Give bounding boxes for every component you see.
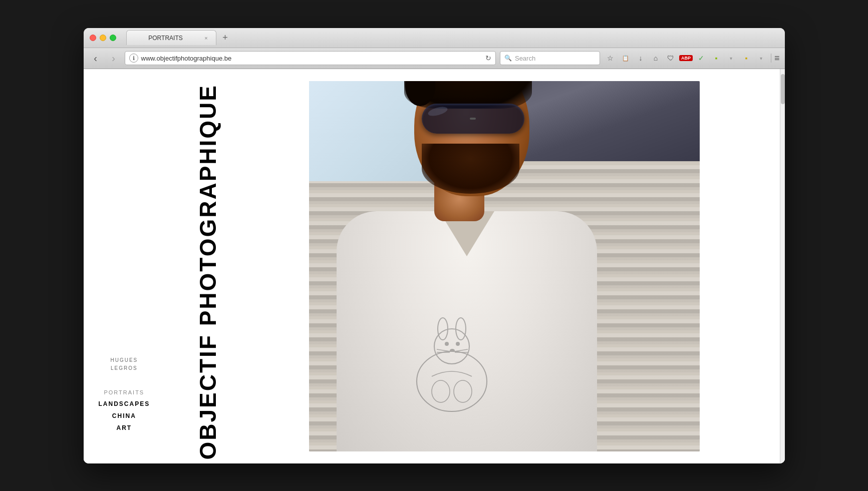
svg-point-2 <box>438 318 448 340</box>
site-title: OBJECTIF PHOTOGRAPHIQUE <box>198 84 218 460</box>
back-button[interactable]: ‹ <box>89 51 103 65</box>
back-icon: ‹ <box>94 53 97 64</box>
tshirt-graphic <box>402 311 502 421</box>
nav-item-portraits[interactable]: PORTRAITS <box>99 387 150 397</box>
svg-point-0 <box>417 351 487 411</box>
info-icon[interactable]: ℹ <box>129 54 138 63</box>
reload-icon[interactable]: ↻ <box>485 54 491 62</box>
star-icon[interactable]: ☆ <box>604 52 617 65</box>
nav-bar: ‹ › ℹ www.objectifphotographique.be ↻ 🔍 … <box>84 48 785 69</box>
sunglasses <box>422 104 524 134</box>
svg-point-3 <box>456 318 466 340</box>
glasses-sheen <box>427 105 448 118</box>
maximize-button[interactable] <box>110 35 116 41</box>
svg-point-4 <box>445 342 449 346</box>
active-tab[interactable]: PORTRAITS × <box>126 30 216 45</box>
shield-icon[interactable]: 🛡 <box>664 52 677 65</box>
torso <box>337 211 597 451</box>
search-bar[interactable]: 🔍 Search <box>500 51 600 65</box>
photographer-first-name: HUGUES <box>110 357 138 363</box>
nav-item-china[interactable]: CHINA <box>99 410 150 421</box>
check-icon[interactable]: ✓ <box>695 52 708 65</box>
svg-point-1 <box>434 329 469 364</box>
forward-icon: › <box>112 53 115 64</box>
photographer-name: HUGUES LEGROS <box>99 356 150 372</box>
tab-close-button[interactable]: × <box>203 35 210 42</box>
tab-title: PORTRAITS <box>133 35 199 42</box>
scrollbar-thumb[interactable] <box>781 74 785 104</box>
nav-menu: HUGUES LEGROS PORTRAITS LANDSCAPES CHINA… <box>99 356 150 433</box>
svg-line-9 <box>455 349 468 351</box>
svg-point-11 <box>432 380 450 402</box>
extension1-icon[interactable]: ▪ <box>710 52 723 65</box>
toolbar-icons: ☆ 📋 ↓ ⌂ 🛡 ABP ✓ ▪ ▾ ▪ ▾ ≡ <box>604 52 780 65</box>
title-bar: PORTRAITS × + <box>84 28 785 48</box>
svg-point-5 <box>456 342 460 346</box>
beard <box>422 144 519 194</box>
nav-item-art[interactable]: ART <box>99 422 150 433</box>
new-tab-button[interactable]: + <box>218 31 232 45</box>
address-bar[interactable]: ℹ www.objectifphotographique.be ↻ <box>125 51 496 65</box>
download-icon[interactable]: ↓ <box>634 52 647 65</box>
nav-items: PORTRAITS LANDSCAPES CHINA ART <box>99 387 150 433</box>
head <box>414 81 529 196</box>
extension2-dropdown-icon[interactable]: ▾ <box>755 52 768 65</box>
abp-badge[interactable]: ABP <box>679 55 693 61</box>
search-placeholder: Search <box>515 55 535 62</box>
sidebar: OBJECTIF PHOTOGRAPHIQUE HUGUES LEGROS PO… <box>84 69 239 463</box>
svg-point-12 <box>454 380 472 402</box>
glasses-bridge <box>470 118 476 120</box>
svg-point-6 <box>450 349 455 352</box>
menu-icon[interactable]: ≡ <box>774 53 780 64</box>
search-icon: 🔍 <box>504 55 512 62</box>
home-icon[interactable]: ⌂ <box>649 52 662 65</box>
extension2-icon[interactable]: ▪ <box>740 52 753 65</box>
browser-window: PORTRAITS × + ‹ › ℹ www.objectifphotogra… <box>84 28 785 463</box>
url-text: www.objectifphotographique.be <box>141 55 482 62</box>
scrollbar[interactable] <box>780 69 785 463</box>
portrait-image <box>309 81 700 451</box>
svg-line-7 <box>437 349 450 351</box>
close-button[interactable] <box>90 35 96 41</box>
main-content <box>239 69 780 463</box>
photographer-last-name: LEGROS <box>111 365 138 371</box>
forward-button[interactable]: › <box>107 51 121 65</box>
tab-bar: PORTRAITS × + <box>126 30 779 45</box>
nav-item-landscapes[interactable]: LANDSCAPES <box>99 398 150 409</box>
toolbar-divider <box>771 54 771 63</box>
save-icon[interactable]: 📋 <box>619 52 632 65</box>
extension-dropdown-icon[interactable]: ▾ <box>725 52 738 65</box>
minimize-button[interactable] <box>100 35 106 41</box>
traffic-lights <box>90 35 116 41</box>
page-content: OBJECTIF PHOTOGRAPHIQUE HUGUES LEGROS PO… <box>84 69 785 463</box>
